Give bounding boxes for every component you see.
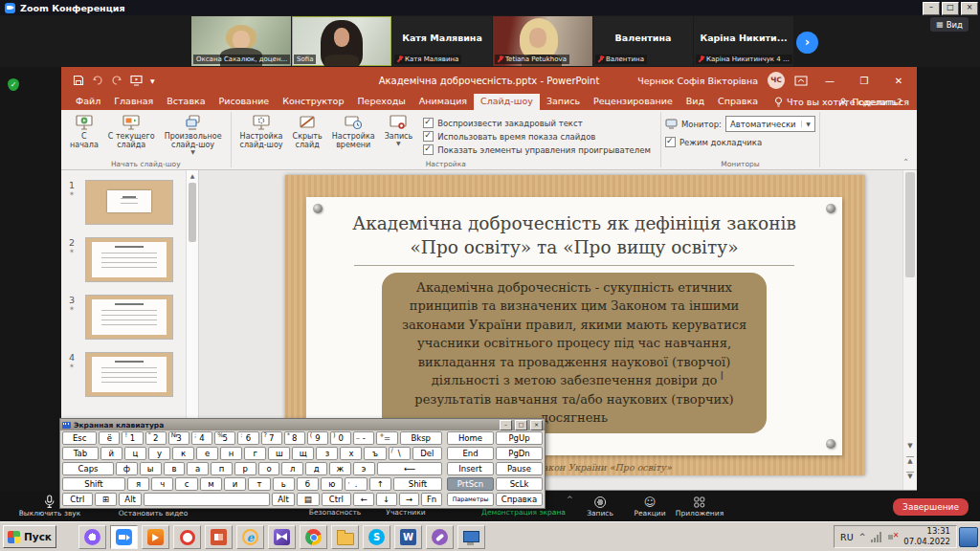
key-8[interactable]: *8 [284,431,305,445]
thumbnail-preview[interactable] [85,180,173,225]
clock[interactable]: 13:31 07.04.2022 [903,526,950,546]
key-и[interactable]: и [224,477,246,491]
key-3[interactable]: №3 [168,431,189,445]
key-Параметры[interactable]: Параметры [447,493,494,506]
taskbar-icon-viber[interactable] [426,525,454,549]
tab-Рисование[interactable]: Рисование [212,94,277,110]
presenter-view-option[interactable]: Режим докладчика [665,137,762,147]
option-show-media-controls[interactable]: Показать элементы управления проигрывате… [423,144,651,155]
ppt-close-icon[interactable]: ✕ [886,76,911,86]
key-к[interactable]: к [172,447,194,460]
key-я[interactable]: я [127,477,149,491]
maximize-icon[interactable]: □ [515,420,527,430]
record-slideshow-button[interactable]: Запись ▼ [380,113,418,148]
taskbar-icon-opera[interactable] [173,525,201,549]
close-icon[interactable]: × [961,2,978,15]
key-с[interactable]: с [175,477,197,491]
participant-tile[interactable]: Каріна Никити...Каріна Никитинчук 4 ... [694,16,793,66]
key-→[interactable]: → [399,493,420,506]
participant-tile[interactable]: Sofia [292,16,391,66]
save-icon[interactable] [73,75,84,86]
editor-scrollbar[interactable]: ▼ ▲ ▼ [902,170,917,490]
slide-thumbnail-4[interactable]: 4✶ [69,352,186,397]
from-beginning-button[interactable]: С начала [65,113,103,150]
hidden-icons-icon[interactable]: ^ [859,533,866,541]
rehearse-timings-button[interactable]: Настройка времени [327,113,380,150]
taskbar-icon-chrome[interactable] [300,525,327,549]
audio-muted-icon[interactable] [887,532,898,542]
custom-slideshow-button[interactable]: Произвольное слайд-шоу ▼ [160,113,227,157]
participants-button[interactable]: Участники [386,508,425,517]
record-button[interactable]: Запись [587,493,613,518]
key-.[interactable]: ,. [345,477,367,491]
key-з[interactable]: з [316,447,338,460]
taskbar-icon-skype[interactable] [363,525,390,549]
scroll-up-icon[interactable]: ▲ [187,170,198,181]
tab-Файл[interactable]: Файл [69,94,107,110]
onscreen-keyboard-window[interactable]: Экранная клавиатура – □ × Escё!1"2№3;4%5… [59,418,546,509]
start-slideshow-icon[interactable] [130,75,143,86]
tab-Рецензирование[interactable]: Рецензирование [587,94,679,110]
key-о[interactable]: о [258,462,280,475]
next-slide-icon[interactable]: ▼ [906,472,914,480]
scrollbar-thumb[interactable] [189,183,196,242]
key-6[interactable]: :6 [237,431,258,445]
taskbar-icon-ppt[interactable] [205,525,233,549]
key-ё[interactable]: ё [99,431,120,445]
key-Tab[interactable]: Tab [62,447,99,460]
key-ч[interactable]: ч [151,477,173,491]
key-Справка[interactable]: Справка [496,493,543,506]
slide-thumbnail-1[interactable]: 1✶ [69,180,186,225]
undo-icon[interactable] [92,75,103,86]
thumbnail-preview[interactable] [85,295,173,340]
key-Alt[interactable]: Alt [272,493,295,506]
key-л[interactable]: л [281,462,303,475]
key-ъ[interactable]: ъ [364,447,386,460]
key-ь[interactable]: ь [273,477,295,491]
encryption-shield-icon[interactable]: ✓ [8,78,19,91]
slide-thumbnail-3[interactable]: 3✶ [69,295,186,340]
view-button[interactable]: ▦ Вид [930,17,969,32]
key-Alt[interactable]: Alt [119,493,142,506]
key-▤[interactable]: ▤ [297,493,320,506]
from-current-slide-button[interactable]: С текущего слайда [103,113,160,150]
taskbar-icon-km[interactable] [268,525,296,549]
key-Shift[interactable]: Shift [62,477,125,491]
key-\[interactable]: /\ [389,447,411,460]
network-signal-icon[interactable] [871,532,881,542]
participant-tile[interactable]: ВалентинаВалентина [593,16,693,66]
scrollbar-thumb[interactable] [905,172,915,277]
close-icon[interactable]: × [530,420,543,430]
key-↑[interactable]: ↑ [369,477,391,491]
apps-button[interactable]: Приложения [676,493,724,518]
chevron-up-icon[interactable]: ^ [567,496,573,504]
previous-slide-icon[interactable]: ▲ [906,456,914,465]
key-э[interactable]: э [353,462,375,475]
key-PgDn[interactable]: PgDn [496,447,543,460]
ribbon-display-options-icon[interactable] [794,76,808,86]
key-н[interactable]: н [220,447,242,460]
key-у[interactable]: у [148,447,170,460]
key-г[interactable]: г [244,447,266,460]
key-ю[interactable]: ю [321,477,343,491]
key-space[interactable] [144,493,270,506]
ppt-username[interactable]: Чернюк Софія Вікторівна [637,76,758,86]
thumbnail-preview[interactable] [85,237,173,282]
key-ф[interactable]: ф [116,462,138,475]
key-д[interactable]: д [305,462,327,475]
key-9[interactable]: (9 [307,431,328,445]
key-4[interactable]: ;4 [191,431,212,445]
key-←[interactable]: ← [353,493,374,506]
key-ScLk[interactable]: ScLk [496,477,543,491]
reactions-button[interactable]: ☺ Реакции [634,493,665,518]
key-=[interactable]: += [376,431,397,445]
key-Del[interactable]: Del [412,447,442,460]
end-meeting-button[interactable]: Завершение [893,498,969,516]
monitor-dropdown[interactable]: Автоматически ▼ [725,116,815,132]
slide-thumbnail-2[interactable]: 2✶ [69,237,186,282]
collapse-ribbon-icon[interactable]: ⌃ [902,158,909,166]
key-Shift[interactable]: Shift [393,477,442,491]
key-⟵[interactable]: ⟵ [377,462,442,475]
key-а[interactable]: а [187,462,209,475]
taskbar-icon-folder[interactable] [331,525,359,549]
